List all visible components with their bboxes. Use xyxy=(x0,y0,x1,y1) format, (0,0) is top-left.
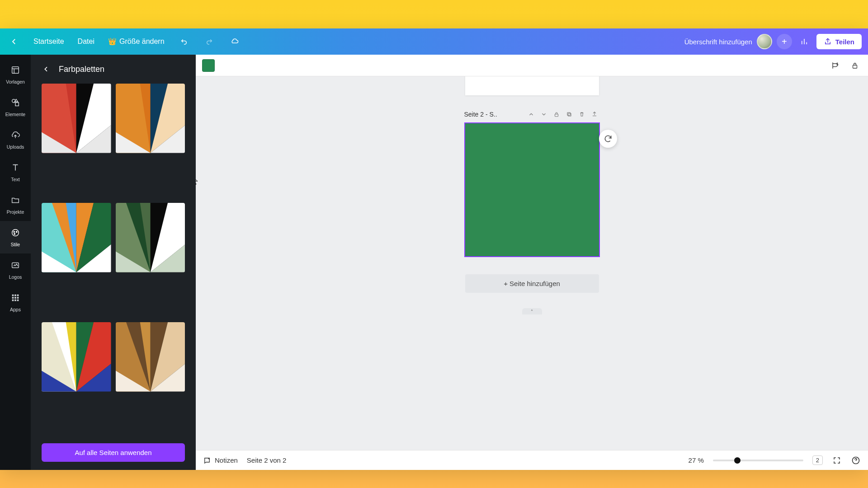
share-label: Teilen xyxy=(835,38,854,46)
svg-rect-16 xyxy=(17,299,19,301)
svg-rect-65 xyxy=(555,114,558,116)
page-2-canvas[interactable] xyxy=(464,122,600,257)
svg-rect-10 xyxy=(17,294,19,296)
palette-tile-0[interactable] xyxy=(42,84,111,153)
back-icon[interactable] xyxy=(6,34,22,49)
svg-rect-13 xyxy=(17,297,19,299)
zoom-slider[interactable] xyxy=(713,460,803,461)
page-label[interactable]: Seite 2 - S.. xyxy=(464,111,524,118)
rail-item-styles[interactable]: Stile xyxy=(0,221,31,253)
bottom-bar: Notizen Seite 2 von 2 27 % 2 xyxy=(196,450,868,470)
left-rail: Vorlagen Elemente Uploads Text Projekte … xyxy=(0,55,31,470)
cursor-icon xyxy=(196,176,198,186)
svg-rect-14 xyxy=(12,299,14,301)
context-toolbar xyxy=(196,55,868,76)
rail-label: Text xyxy=(11,177,19,182)
undo-button[interactable] xyxy=(176,34,192,49)
insights-icon[interactable] xyxy=(797,34,812,49)
page-move-up-button[interactable] xyxy=(526,109,537,120)
rail-label: Vorlagen xyxy=(6,79,24,84)
animate-button[interactable] xyxy=(828,59,842,72)
add-page-button[interactable]: + Seite hinzufügen xyxy=(465,274,599,293)
palette-grid xyxy=(31,81,196,439)
svg-point-6 xyxy=(14,233,15,234)
rail-label: Stile xyxy=(11,242,20,247)
logos-icon xyxy=(10,260,20,272)
svg-rect-67 xyxy=(567,113,570,115)
page-counter-label: Seite 2 von 2 xyxy=(247,456,287,464)
svg-rect-0 xyxy=(12,66,19,73)
zoom-label: 27 % xyxy=(689,456,704,464)
notes-button[interactable]: Notizen xyxy=(203,456,238,465)
svg-point-5 xyxy=(16,231,17,232)
palette-tile-4[interactable] xyxy=(42,322,111,392)
rail-label: Apps xyxy=(10,307,21,312)
rail-item-templates[interactable]: Vorlagen xyxy=(0,58,31,91)
file-menu-button[interactable]: Datei xyxy=(76,35,96,48)
rail-item-text[interactable]: Text xyxy=(0,156,31,188)
canvas-area[interactable]: Seite 2 - S.. + Seite hinzufügen ˄ xyxy=(196,55,868,470)
rail-item-apps[interactable]: Apps xyxy=(0,286,31,319)
page-move-down-button[interactable] xyxy=(538,109,549,120)
rail-item-logos[interactable]: Logos xyxy=(0,253,31,286)
background-color-swatch[interactable] xyxy=(202,59,215,72)
svg-point-70 xyxy=(837,64,838,65)
rail-item-projects[interactable]: Projekte xyxy=(0,188,31,221)
resize-label: Größe ändern xyxy=(119,38,165,46)
rail-label: Uploads xyxy=(7,144,24,150)
rail-label: Logos xyxy=(9,274,22,280)
panel-back-button[interactable] xyxy=(40,63,52,75)
svg-rect-15 xyxy=(14,299,16,301)
svg-rect-11 xyxy=(12,297,14,299)
palette-tile-5[interactable] xyxy=(116,322,185,392)
palette-tile-2[interactable] xyxy=(42,203,111,272)
regenerate-button[interactable] xyxy=(599,130,617,148)
lock-button[interactable] xyxy=(848,59,862,72)
styles-side-panel: Farbpaletten Auf alle Seiten anwenden ‹ xyxy=(31,55,196,470)
rail-label: Elemente xyxy=(5,112,25,117)
share-button[interactable]: Teilen xyxy=(816,34,862,49)
svg-rect-71 xyxy=(853,65,857,68)
palette-tile-1[interactable] xyxy=(116,84,185,153)
panel-title: Farbpaletten xyxy=(59,65,104,74)
templates-icon xyxy=(10,65,20,77)
apply-all-pages-button[interactable]: Auf alle Seiten anwenden xyxy=(42,443,185,462)
cloud-sync-icon[interactable] xyxy=(227,34,242,49)
apps-icon xyxy=(10,293,20,305)
rail-label: Projekte xyxy=(7,209,24,215)
page-controls: Seite 2 - S.. xyxy=(464,95,600,122)
redo-button[interactable] xyxy=(202,34,217,49)
svg-point-4 xyxy=(14,231,14,232)
page-lock-button[interactable] xyxy=(551,109,562,120)
fullscreen-button[interactable] xyxy=(832,455,842,465)
doc-title-input[interactable]: Überschrift hinzufügen xyxy=(684,38,752,46)
expand-pages-button[interactable]: ˄ xyxy=(522,308,542,314)
svg-rect-66 xyxy=(568,113,571,116)
main-area: Vorlagen Elemente Uploads Text Projekte … xyxy=(0,55,868,470)
page-duplicate-button[interactable] xyxy=(564,109,575,120)
add-collaborator-button[interactable]: + xyxy=(777,34,792,49)
rail-item-uploads[interactable]: Uploads xyxy=(0,123,31,156)
svg-point-3 xyxy=(12,229,19,236)
uploads-icon xyxy=(10,130,20,142)
avatar[interactable] xyxy=(757,34,772,49)
page-export-button[interactable] xyxy=(589,109,600,120)
palette-tile-3[interactable] xyxy=(116,203,185,272)
styles-icon xyxy=(10,228,20,240)
help-button[interactable] xyxy=(851,455,861,465)
elements-icon xyxy=(10,98,20,110)
rail-item-elements[interactable]: Elemente xyxy=(0,91,31,123)
crown-icon: 👑 xyxy=(108,38,117,46)
svg-rect-2 xyxy=(15,103,19,106)
home-button[interactable]: Startseite xyxy=(32,35,66,48)
svg-rect-8 xyxy=(12,294,14,296)
svg-point-69 xyxy=(837,63,838,64)
resize-button[interactable]: 👑 Größe ändern xyxy=(106,35,166,48)
svg-rect-12 xyxy=(14,297,16,299)
page-delete-button[interactable] xyxy=(576,109,587,120)
page-badge[interactable]: 2 xyxy=(812,455,823,465)
folder-icon xyxy=(10,195,20,207)
notes-label: Notizen xyxy=(215,456,238,464)
svg-rect-9 xyxy=(14,294,16,296)
top-app-bar: Startseite Datei 👑 Größe ändern Überschr… xyxy=(0,28,868,55)
